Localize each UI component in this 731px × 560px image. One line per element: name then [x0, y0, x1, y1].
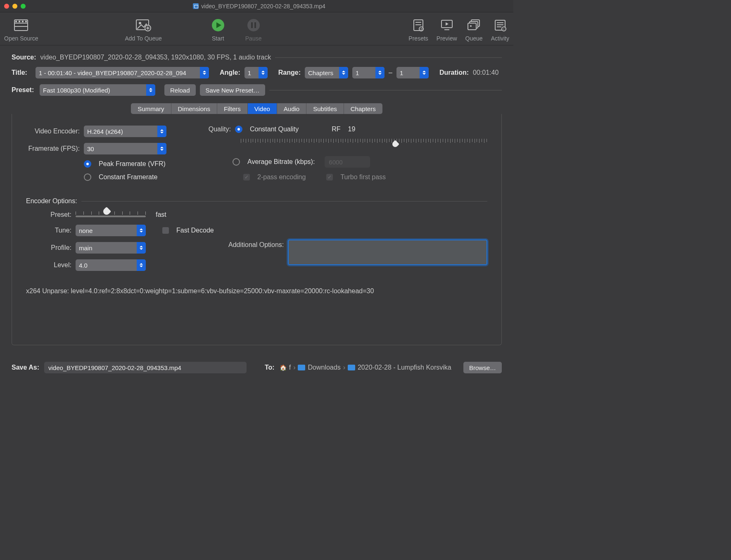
average-bitrate-radio[interactable] [233, 158, 240, 166]
title-value: 1 - 00:01:40 - video_BYEDP190807_2020-02… [39, 69, 186, 76]
window-controls [4, 4, 26, 9]
open-source-button[interactable]: Open Source [4, 18, 38, 42]
activity-icon: i [494, 18, 506, 33]
svg-point-28 [470, 25, 472, 27]
encoder-select[interactable]: H.264 (x264) [84, 126, 166, 137]
svg-marker-23 [446, 22, 449, 26]
tab-summary[interactable]: Summary [131, 103, 171, 114]
angle-label: Angle: [220, 69, 240, 76]
save-as-filename: video_BYEDP190807_2020-02-28_094353.mp4 [48, 364, 181, 371]
profile-select[interactable]: main [76, 242, 146, 254]
activity-button[interactable]: i Activity [491, 18, 509, 42]
home-icon[interactable]: 🏠 [280, 364, 287, 371]
fps-select[interactable]: 30 [84, 143, 166, 154]
svg-rect-4 [19, 21, 20, 22]
unparse-text: x264 Unparse: level=4.0:ref=2:8x8dct=0:w… [26, 287, 487, 295]
svg-rect-6 [25, 21, 27, 22]
reload-button[interactable]: Reload [164, 84, 196, 96]
tab-subtitles[interactable]: Subtitles [306, 103, 344, 114]
add-to-queue-button[interactable]: Add To Queue [125, 18, 162, 42]
queue-icon [467, 18, 481, 33]
bitrate-value: 6000 [329, 159, 342, 166]
peak-framerate-radio[interactable] [84, 160, 91, 168]
tab-video[interactable]: Video [248, 103, 277, 114]
start-button[interactable]: Start [211, 18, 225, 42]
constant-quality-radio[interactable] [235, 126, 242, 133]
titlebar: video_BYEDP190807_2020-02-28_094353.mp4 [0, 0, 513, 12]
divider [81, 201, 487, 202]
range-type: Chapters [308, 69, 333, 76]
peak-framerate-label: Peak Framerate (VFR) [99, 160, 166, 168]
path-2[interactable]: 2020-02-28 - Lumpfish Korsvika [358, 364, 451, 371]
range-label: Range: [278, 69, 301, 76]
chevron-right-icon: › [293, 364, 295, 371]
folder-icon [298, 365, 305, 370]
turbo-checkbox [326, 174, 333, 180]
content: Source: video_BYEDP190807_2020-02-28_094… [0, 45, 513, 354]
encoder-options-label: Encoder Options: [26, 197, 77, 205]
add-to-queue-label: Add To Queue [125, 35, 162, 42]
pause-button: Pause [245, 18, 262, 42]
window-title-text: video_BYEDP190807_2020-02-28_094353.mp4 [201, 3, 325, 9]
angle-value: 1 [248, 69, 251, 76]
queue-label: Queue [465, 35, 483, 42]
preset-label: Preset: [12, 86, 36, 94]
play-icon [211, 18, 225, 33]
duration-label: Duration: [439, 69, 469, 76]
rf-slider[interactable] [241, 139, 487, 149]
constant-framerate-radio[interactable] [84, 173, 91, 181]
fast-decode-checkbox[interactable] [162, 227, 169, 234]
range-from-select[interactable]: 1 [352, 67, 384, 78]
enc-preset-value: fast [156, 211, 166, 218]
add-opts-field[interactable] [288, 240, 487, 265]
svg-rect-5 [22, 21, 24, 22]
preview-button[interactable]: Preview [437, 18, 457, 42]
svg-text:i: i [503, 27, 504, 31]
path-1[interactable]: Downloads [308, 364, 340, 371]
close-icon[interactable] [4, 4, 9, 9]
tune-select[interactable]: none [76, 225, 146, 236]
divider [275, 57, 502, 58]
queue-button[interactable]: Queue [465, 18, 483, 42]
tab-chapters[interactable]: Chapters [344, 103, 382, 114]
tab-audio[interactable]: Audio [277, 103, 306, 114]
level-select[interactable]: 4.0 [76, 259, 146, 271]
rf-value: 19 [348, 126, 356, 133]
level-label: Level: [26, 261, 71, 269]
svg-point-21 [421, 28, 422, 29]
save-as-field[interactable]: video_BYEDP190807_2020-02-28_094353.mp4 [44, 362, 247, 373]
path-0[interactable]: f [289, 364, 291, 371]
source-label: Source: [12, 54, 36, 61]
start-label: Start [212, 35, 224, 42]
to-label: To: [265, 364, 275, 371]
range-to-select[interactable]: 1 [396, 67, 429, 78]
range-to: 1 [400, 69, 403, 76]
title-select[interactable]: 1 - 00:01:40 - video_BYEDP190807_2020-02… [36, 67, 209, 78]
toolbar: Open Source Add To Queue Start Pause Pre… [0, 12, 513, 45]
open-source-label: Open Source [4, 35, 38, 42]
browse-button[interactable]: Browse… [463, 362, 502, 373]
tab-dimensions[interactable]: Dimensions [171, 103, 217, 114]
presets-button[interactable]: Presets [408, 18, 428, 42]
range-sep: – [389, 69, 392, 76]
presets-label: Presets [408, 35, 428, 42]
video-panel: Video Encoder: H.264 (x264) Framerate (F… [12, 114, 502, 345]
activity-label: Activity [491, 35, 509, 42]
duration-value: 00:01:40 [473, 69, 498, 76]
minimize-icon[interactable] [12, 4, 17, 9]
enc-preset-slider[interactable] [76, 211, 146, 219]
range-type-select[interactable]: Chapters [305, 67, 348, 78]
two-pass-label: 2-pass encoding [257, 173, 306, 181]
zoom-icon[interactable] [21, 4, 26, 9]
two-pass-checkbox [243, 174, 250, 180]
svg-rect-16 [254, 22, 256, 28]
save-new-preset-button[interactable]: Save New Preset… [200, 84, 266, 96]
folder-icon [348, 365, 355, 370]
tab-filters[interactable]: Filters [217, 103, 248, 114]
save-as-label: Save As: [12, 364, 39, 371]
angle-select[interactable]: 1 [244, 67, 268, 78]
profile-value: main [79, 244, 93, 252]
preset-select[interactable]: Fast 1080p30 (Modified) [40, 84, 155, 96]
enc-preset-label: Preset: [26, 211, 71, 218]
preview-icon [440, 18, 453, 33]
